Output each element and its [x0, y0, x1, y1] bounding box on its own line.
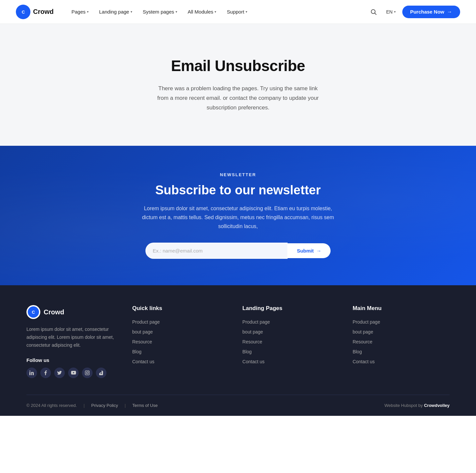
divider: |	[125, 403, 126, 408]
svg-rect-4	[29, 372, 30, 375]
list-item: Resource	[242, 339, 339, 345]
purchase-now-button[interactable]: Purchase Now →	[402, 6, 460, 18]
footer-link-about[interactable]: bout page	[132, 329, 153, 335]
credit-prefix: Website Hubspot by	[384, 403, 423, 408]
divider: |	[84, 403, 85, 408]
header-right: EN ▾ Purchase Now →	[368, 6, 460, 18]
list-item: Resource	[353, 339, 450, 345]
footer-landing-pages: Landing Pages Product page bout page Res…	[242, 305, 339, 378]
footer-link-about2[interactable]: bout page	[242, 329, 263, 335]
main-menu-list: Product page bout page Resource Blog Con…	[353, 319, 450, 365]
email-input[interactable]	[145, 243, 288, 259]
copyright: © 2024 All rights reserved.	[26, 403, 77, 408]
footer-bottom: © 2024 All rights reserved. | Privacy Po…	[26, 395, 450, 416]
nav-support[interactable]: Support ▾	[222, 6, 252, 17]
footer-link-blog[interactable]: Blog	[132, 349, 141, 354]
svg-point-7	[86, 372, 88, 374]
nav-system-pages[interactable]: System pages ▾	[138, 6, 182, 17]
hero-description: There was a problem loading the pages. T…	[152, 84, 324, 113]
footer-link-contact3[interactable]: Contact us	[353, 359, 375, 364]
list-item: Product page	[242, 319, 339, 325]
credit-brand-link[interactable]: Crowdvolley	[424, 403, 450, 408]
list-item: Contact us	[353, 359, 450, 365]
newsletter-label: NEWSLETTER	[13, 172, 463, 177]
logo-icon: C	[16, 5, 30, 19]
footer-link-resource2[interactable]: Resource	[242, 339, 262, 344]
logo-link[interactable]: C Crowd	[16, 5, 54, 19]
chevron-down-icon: ▾	[87, 10, 89, 14]
tiktok-icon[interactable]	[96, 368, 106, 378]
chevron-down-icon: ▾	[131, 10, 132, 14]
svg-rect-6	[85, 371, 90, 375]
nav-pages[interactable]: Pages ▾	[67, 6, 93, 17]
main-menu-title: Main Menu	[353, 305, 450, 312]
arrow-icon: →	[447, 9, 452, 15]
linkedin-icon[interactable]	[26, 368, 37, 378]
footer-link-product3[interactable]: Product page	[353, 319, 380, 325]
footer-logo-wrap: C Crowd	[26, 305, 119, 319]
search-icon[interactable]	[368, 6, 379, 18]
submit-button[interactable]: Submit →	[288, 243, 331, 258]
footer-logo-icon: C	[26, 305, 40, 319]
footer-bottom-left: © 2024 All rights reserved. | Privacy Po…	[26, 403, 158, 408]
list-item: Blog	[242, 349, 339, 355]
list-item: Contact us	[242, 359, 339, 365]
footer-main-menu: Main Menu Product page bout page Resourc…	[353, 305, 450, 378]
svg-point-8	[88, 371, 89, 372]
list-item: bout page	[132, 329, 229, 335]
footer-quick-links: Quick links Product page bout page Resou…	[132, 305, 229, 378]
quick-links-list: Product page bout page Resource Blog Con…	[132, 319, 229, 365]
footer-link-blog2[interactable]: Blog	[242, 349, 252, 354]
landing-pages-title: Landing Pages	[242, 305, 339, 312]
footer-link-about3[interactable]: bout page	[353, 329, 373, 335]
footer-logo-text: Crowd	[44, 308, 64, 316]
footer-logo-inner: C	[28, 306, 39, 318]
svg-line-3	[375, 13, 376, 15]
footer-link-product[interactable]: Product page	[132, 319, 160, 325]
footer-link-blog3[interactable]: Blog	[353, 349, 362, 354]
quick-links-title: Quick links	[132, 305, 229, 312]
nav-all-modules[interactable]: All Modules ▾	[183, 6, 221, 17]
svg-point-2	[371, 10, 375, 14]
privacy-policy-link[interactable]: Privacy Policy	[91, 403, 118, 408]
svg-point-5	[29, 371, 30, 372]
chevron-down-icon: ▾	[394, 10, 396, 14]
newsletter-form: Submit →	[145, 243, 331, 259]
list-item: Blog	[353, 349, 450, 355]
nav-landing-page[interactable]: Landing page ▾	[95, 6, 137, 17]
footer-bottom-right: Website Hubspot by Crowdvolley	[384, 403, 450, 408]
arrow-icon: →	[316, 248, 321, 254]
header: C Crowd Pages ▾ Landing page ▾ System pa…	[0, 0, 476, 24]
hero-section: Email Unsubscribe There was a problem lo…	[0, 24, 476, 146]
footer-description: Lorem ipsum dolor sit amet, consectetur …	[26, 326, 119, 349]
footer-link-product2[interactable]: Product page	[242, 319, 270, 325]
chevron-down-icon: ▾	[246, 10, 247, 14]
list-item: Product page	[132, 319, 229, 325]
page-title: Email Unsubscribe	[13, 57, 463, 75]
logo-text: Crowd	[33, 8, 54, 16]
footer: C Crowd Lorem ipsum dolor sit amet, cons…	[0, 285, 476, 415]
list-item: Product page	[353, 319, 450, 325]
footer-link-resource3[interactable]: Resource	[353, 339, 373, 344]
chevron-down-icon: ▾	[176, 10, 177, 14]
newsletter-title: Subscribe to our newsletter	[13, 183, 463, 197]
landing-pages-list: Product page bout page Resource Blog Con…	[242, 319, 339, 365]
list-item: Blog	[132, 349, 229, 355]
instagram-icon[interactable]	[82, 368, 93, 378]
list-item: Resource	[132, 339, 229, 345]
terms-of-use-link[interactable]: Terms of Use	[132, 403, 158, 408]
twitter-icon[interactable]	[54, 368, 65, 378]
list-item: Contact us	[132, 359, 229, 365]
language-selector[interactable]: EN ▾	[383, 7, 398, 17]
newsletter-description: Lorem ipsum dolor sit amet, consectetur …	[139, 204, 337, 231]
footer-brand: C Crowd Lorem ipsum dolor sit amet, cons…	[26, 305, 119, 378]
youtube-icon[interactable]	[68, 368, 79, 378]
footer-link-resource[interactable]: Resource	[132, 339, 152, 344]
list-item: bout page	[242, 329, 339, 335]
footer-link-contact2[interactable]: Contact us	[242, 359, 264, 364]
main-nav: Pages ▾ Landing page ▾ System pages ▾ Al…	[67, 6, 368, 17]
chevron-down-icon: ▾	[215, 10, 216, 14]
follow-label: Follow us	[26, 357, 119, 363]
facebook-icon[interactable]	[40, 368, 51, 378]
footer-link-contact[interactable]: Contact us	[132, 359, 154, 364]
